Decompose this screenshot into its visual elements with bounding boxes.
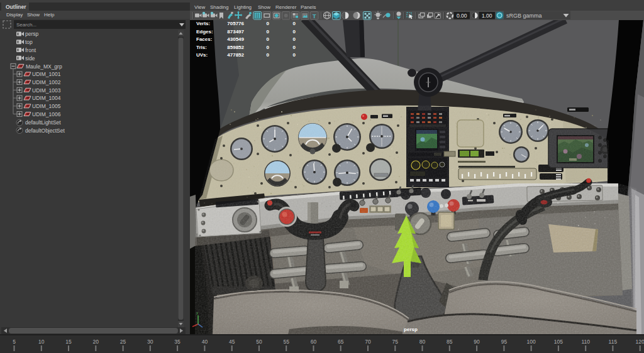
svg-text:95: 95	[501, 339, 508, 345]
svg-text:UDIM_1006: UDIM_1006	[32, 111, 61, 117]
svg-text:UVs:: UVs:	[196, 52, 208, 58]
svg-text:defaultLightSet: defaultLightSet	[25, 119, 61, 126]
svg-text:40: 40	[202, 339, 208, 345]
svg-text:Edges:: Edges:	[196, 29, 213, 35]
svg-text:Shading: Shading	[210, 4, 228, 10]
svg-text:90: 90	[474, 339, 480, 345]
svg-text:70: 70	[365, 339, 371, 345]
svg-text:Help: Help	[44, 12, 55, 18]
svg-text:Search...: Search...	[16, 22, 36, 28]
svg-text:UDIM_1002: UDIM_1002	[32, 79, 61, 85]
svg-text:0.00: 0.00	[457, 13, 467, 19]
svg-text:0: 0	[293, 29, 296, 35]
svg-text:defaultObjectSet: defaultObjectSet	[25, 128, 65, 134]
svg-text:35: 35	[174, 339, 180, 345]
svg-text:50: 50	[256, 339, 262, 345]
svg-text:20: 20	[93, 339, 99, 345]
svg-text:80: 80	[419, 339, 426, 345]
svg-text:0: 0	[293, 45, 296, 50]
svg-text:UDIM_1005: UDIM_1005	[32, 103, 61, 109]
svg-text:Display: Display	[6, 12, 23, 18]
svg-text:Lighting: Lighting	[234, 4, 252, 10]
svg-text:1.00: 1.00	[482, 13, 492, 19]
svg-text:UDIM_1001: UDIM_1001	[32, 71, 61, 77]
svg-text:10: 10	[38, 339, 45, 345]
svg-text:15: 15	[65, 339, 72, 345]
svg-text:UDIM_1003: UDIM_1003	[32, 87, 61, 94]
svg-text:persp: persp	[404, 327, 418, 332]
svg-text:0: 0	[267, 45, 270, 50]
svg-text:0: 0	[267, 36, 270, 42]
svg-text:65: 65	[338, 339, 344, 345]
svg-text:859852: 859852	[227, 45, 244, 50]
svg-text:30: 30	[147, 339, 153, 345]
svg-text:Faces:: Faces:	[196, 36, 212, 42]
svg-text:UDIM_1004: UDIM_1004	[32, 95, 61, 101]
svg-text:Outliner: Outliner	[6, 4, 26, 10]
svg-text:0: 0	[267, 29, 270, 35]
svg-text:Show: Show	[258, 4, 270, 10]
svg-text:T: T	[313, 13, 316, 19]
svg-text:0: 0	[293, 52, 296, 58]
svg-text:85: 85	[447, 339, 453, 345]
svg-text:0: 0	[267, 21, 270, 26]
svg-text:477852: 477852	[227, 52, 244, 58]
svg-text:front: front	[25, 47, 36, 53]
svg-text:873497: 873497	[227, 29, 244, 35]
svg-text:0: 0	[267, 52, 270, 58]
svg-text:705776: 705776	[227, 21, 244, 26]
svg-text:110: 110	[581, 339, 590, 345]
svg-text:top: top	[25, 39, 33, 45]
svg-text:side: side	[25, 55, 35, 62]
svg-text:120: 120	[636, 339, 644, 345]
svg-text:100: 100	[527, 339, 536, 345]
svg-text:55: 55	[283, 339, 289, 345]
svg-text:60: 60	[311, 339, 317, 345]
svg-text:Tris:: Tris:	[196, 45, 207, 50]
svg-text:430549: 430549	[227, 36, 244, 42]
svg-text:sRGB gamma: sRGB gamma	[506, 13, 542, 19]
svg-text:Renderer: Renderer	[275, 4, 297, 10]
svg-text:115: 115	[609, 339, 618, 345]
svg-text:persp: persp	[25, 31, 39, 37]
svg-text:75: 75	[392, 339, 399, 345]
svg-text:25: 25	[120, 339, 126, 345]
svg-text:View: View	[194, 4, 205, 10]
svg-text:0: 0	[293, 36, 296, 42]
svg-text:0: 0	[293, 21, 296, 26]
svg-text:5: 5	[13, 339, 16, 345]
svg-text:105: 105	[554, 339, 563, 345]
svg-text:Show: Show	[27, 12, 40, 18]
svg-text:Verts:: Verts:	[196, 21, 210, 26]
svg-text:45: 45	[229, 339, 235, 345]
svg-text:Maule_MX_grp: Maule_MX_grp	[26, 63, 62, 70]
svg-text:Panels: Panels	[301, 4, 316, 10]
